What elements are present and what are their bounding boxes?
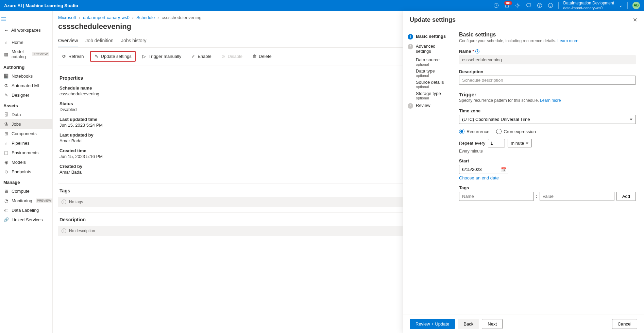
svg-point-1 xyxy=(517,4,519,6)
nav-notebooks[interactable]: 📓Notebooks xyxy=(0,71,52,81)
description-input[interactable] xyxy=(459,76,636,85)
sub-label: Source details xyxy=(416,80,444,85)
refresh-button[interactable]: ⟳Refresh xyxy=(58,52,87,61)
info-icon[interactable]: i xyxy=(475,49,479,53)
nav-environments[interactable]: ⬚Environments xyxy=(0,148,52,157)
tab-job-definition[interactable]: Job definition xyxy=(85,35,114,47)
chevron-down-icon[interactable]: ⌄ xyxy=(619,3,623,8)
nav-components[interactable]: ⊞Components xyxy=(0,129,52,138)
edit-icon: ✎ xyxy=(94,54,99,59)
automl-icon: ⚗ xyxy=(3,83,9,88)
nav-label: Jobs xyxy=(12,122,21,127)
feedback-icon[interactable] xyxy=(526,2,532,9)
wizard-step-basic[interactable]: 1Basic settings xyxy=(407,32,451,42)
breadcrumb-link[interactable]: Microsoft xyxy=(58,15,76,20)
wizard-sub-data-source[interactable]: Data sourceoptional xyxy=(407,56,451,67)
tab-overview[interactable]: Overview xyxy=(58,35,78,47)
repeat-unit-select[interactable]: minute xyxy=(508,139,532,147)
timezone-select[interactable] xyxy=(459,115,636,124)
catalog-icon: ▦ xyxy=(3,51,9,57)
nav-data[interactable]: 🗄Data xyxy=(0,110,52,119)
trigger-button[interactable]: ▷Trigger manually xyxy=(138,52,185,61)
nav-label: Components xyxy=(12,131,37,136)
data-icon: 🗄 xyxy=(3,112,9,117)
nav-labeling[interactable]: 🏷Data Labeling xyxy=(0,205,52,215)
notification-badge: 100 xyxy=(504,1,512,5)
start-date-input[interactable] xyxy=(459,165,508,174)
divider xyxy=(558,2,559,9)
help-icon[interactable] xyxy=(537,2,543,9)
tenant-name: DataIntegration Devlopment xyxy=(563,1,614,5)
nav-designer[interactable]: ✎Designer xyxy=(0,90,52,100)
repeat-value-input[interactable] xyxy=(488,139,505,147)
learn-more-link[interactable]: Learn more xyxy=(558,38,578,43)
next-button[interactable]: Next xyxy=(482,319,503,329)
wizard-sub-source-details[interactable]: Source detailsoptional xyxy=(407,78,451,90)
wizard-sub-data-type[interactable]: Data typeoptional xyxy=(407,67,451,78)
nav-compute[interactable]: 🖥Compute xyxy=(0,186,52,196)
pipelines-icon: ⑃ xyxy=(3,140,9,146)
check-icon: ✓ xyxy=(191,54,196,59)
nav-label: Compute xyxy=(12,189,30,194)
refresh-icon: ⟳ xyxy=(62,54,66,59)
gear-icon[interactable] xyxy=(515,2,521,9)
env-icon: ⬚ xyxy=(3,150,9,155)
tag-value-input[interactable] xyxy=(540,192,614,201)
clock-icon[interactable] xyxy=(493,2,499,9)
nav-linked[interactable]: 🔗Linked Services xyxy=(0,215,52,224)
smile-icon[interactable] xyxy=(547,2,554,9)
review-update-button[interactable]: Review + Update xyxy=(410,319,455,329)
radio-cron[interactable]: Cron expression xyxy=(496,129,536,134)
sub-label: Data source xyxy=(416,57,440,62)
notification-icon[interactable]: 100 xyxy=(504,2,510,9)
nav-jobs[interactable]: ⚗Jobs xyxy=(0,119,52,129)
nav-model-catalog[interactable]: ▦Model catalogPREVIEW xyxy=(0,47,52,61)
wizard-content: Basic settings Configure your schedule, … xyxy=(452,29,644,315)
update-settings-panel: Update settings ✕ 1Basic settings 2Advan… xyxy=(403,11,644,333)
back-button[interactable]: Back xyxy=(458,319,479,329)
btn-label: Refresh xyxy=(68,54,84,59)
breadcrumb-current: cssscheduleevening xyxy=(162,15,202,20)
enable-button[interactable]: ✓Enable xyxy=(187,52,215,61)
delete-button[interactable]: 🗑Delete xyxy=(249,52,275,61)
update-settings-button[interactable]: ✎Update settings xyxy=(90,51,136,62)
start-label: Start xyxy=(459,158,636,163)
nav-models[interactable]: ◉Models xyxy=(0,157,52,167)
sub-opt: optional xyxy=(416,96,451,100)
jobs-icon: ⚗ xyxy=(3,121,9,127)
nav-home[interactable]: ⌂Home xyxy=(0,37,52,47)
nav-label: Linked Services xyxy=(12,217,43,222)
form-sub: Configure your schedule, including recur… xyxy=(459,38,636,43)
nav-endpoints[interactable]: ⊙Endpoints xyxy=(0,167,52,176)
wizard-step-advanced[interactable]: 2Advanced settings xyxy=(407,42,451,56)
breadcrumb-link[interactable]: data-import-canary-ws0 xyxy=(83,15,130,20)
radio-recurrence[interactable]: Recurrence xyxy=(459,129,489,134)
tab-jobs-history[interactable]: Jobs history xyxy=(121,35,147,47)
radio-label: Recurrence xyxy=(467,129,489,134)
nav-automl[interactable]: ⚗Automated ML xyxy=(0,81,52,90)
nav-back[interactable]: ← All workspaces xyxy=(0,26,52,35)
avatar[interactable]: AB xyxy=(632,2,640,9)
info-icon: i xyxy=(62,228,66,233)
nav-section-authoring: Authoring xyxy=(0,61,52,71)
name-label: Name * i xyxy=(459,49,636,54)
learn-more-link[interactable]: Learn more xyxy=(540,98,561,103)
end-date-link[interactable]: Choose an end date xyxy=(459,175,499,180)
preview-badge: PREVIEW xyxy=(36,199,53,203)
disable-button: ⊘Disable xyxy=(218,52,246,61)
wizard-sub-storage-type[interactable]: Storage typeoptional xyxy=(407,90,451,101)
hamburger-icon[interactable] xyxy=(0,14,8,26)
nav-label: Data xyxy=(12,112,21,117)
nav-monitoring[interactable]: ◔MonitoringPREVIEW xyxy=(0,196,52,205)
nav-pipelines[interactable]: ⑃Pipelines xyxy=(0,138,52,148)
nav-label: Models xyxy=(12,160,26,165)
tag-name-input[interactable] xyxy=(459,192,534,201)
btn-label: Delete xyxy=(259,54,272,59)
timezone-label: Time zone xyxy=(459,108,636,113)
wizard-step-review[interactable]: 3Review xyxy=(407,101,451,111)
cancel-button[interactable]: Cancel xyxy=(612,319,637,329)
tenant-switcher[interactable]: DataIntegration Devlopment data-import-c… xyxy=(563,1,614,10)
add-tag-button[interactable]: Add xyxy=(616,192,636,201)
breadcrumb-link[interactable]: Schedule xyxy=(136,15,155,20)
close-icon[interactable]: ✕ xyxy=(633,17,637,23)
